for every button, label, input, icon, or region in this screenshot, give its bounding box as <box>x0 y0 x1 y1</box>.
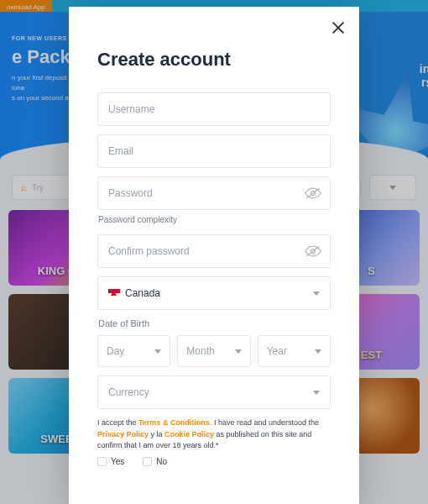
dob-year-label: Year <box>267 345 287 357</box>
country-select[interactable]: Canada <box>97 276 331 310</box>
chevron-down-icon <box>235 349 242 354</box>
email-field[interactable] <box>97 134 331 168</box>
password-complexity-label: Password complexity <box>98 215 331 224</box>
chevron-down-icon <box>154 349 161 354</box>
terms-mid: . I have read and understood the <box>210 418 319 427</box>
chevron-down-icon <box>313 391 320 395</box>
terms-pre: I accept the <box>97 418 138 427</box>
currency-label: Currency <box>108 386 149 398</box>
terms-link[interactable]: Terms & Conditions <box>138 418 210 427</box>
eye-icon[interactable] <box>305 245 321 257</box>
flag-canada-icon <box>108 289 120 297</box>
terms-yes-option[interactable]: Yes <box>97 457 124 467</box>
email-input[interactable] <box>108 145 320 157</box>
dob-month-select[interactable]: Month <box>177 335 250 367</box>
privacy-link[interactable]: Privacy Policy <box>97 430 149 438</box>
dob-day-label: Day <box>107 345 124 357</box>
confirm-password-input[interactable] <box>108 245 320 257</box>
yes-label: Yes <box>111 457 124 466</box>
terms-no-option[interactable]: No <box>143 457 167 467</box>
create-account-modal: Create account Password complexity Canad… <box>69 7 359 504</box>
terms-radio-group: Yes No <box>97 457 331 467</box>
dob-label: Date of Birth <box>98 318 331 328</box>
password-field[interactable] <box>97 176 331 210</box>
confirm-password-field[interactable] <box>97 234 331 268</box>
checkbox-icon <box>97 457 107 466</box>
modal-title: Create account <box>97 49 331 71</box>
country-label: Canada <box>125 287 160 299</box>
dob-row: Day Month Year <box>97 335 331 367</box>
cookie-link[interactable]: Cookie Policy <box>164 430 214 438</box>
eye-icon[interactable] <box>305 187 321 199</box>
country-value: Canada <box>108 287 160 299</box>
close-icon[interactable] <box>331 20 346 35</box>
currency-select[interactable]: Currency <box>97 375 331 409</box>
no-label: No <box>156 457 167 466</box>
modal-overlay: Create account Password complexity Canad… <box>0 0 428 504</box>
username-field[interactable] <box>97 92 331 126</box>
dob-year-select[interactable]: Year <box>258 335 331 367</box>
chevron-down-icon <box>313 291 320 296</box>
terms-mid2: y la <box>149 430 164 438</box>
terms-text: I accept the Terms & Conditions. I have … <box>97 417 331 452</box>
dob-day-select[interactable]: Day <box>97 335 170 367</box>
chevron-down-icon <box>315 349 321 354</box>
dob-month-label: Month <box>186 345 214 357</box>
username-input[interactable] <box>108 103 320 115</box>
checkbox-icon <box>143 457 152 466</box>
password-input[interactable] <box>108 187 320 199</box>
